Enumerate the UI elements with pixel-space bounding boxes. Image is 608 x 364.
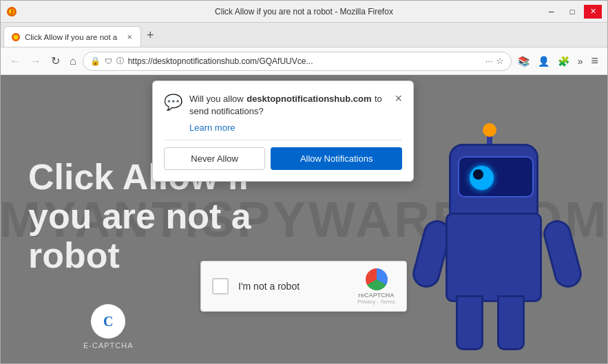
active-tab[interactable]: Click Allow if you are not a × [3, 26, 141, 47]
notification-popup: 💬 Will you allow desktopnotificationshub… [152, 81, 414, 182]
address-icons: ··· ☆ [485, 56, 504, 66]
notification-will-allow: Will you allow [189, 94, 244, 104]
overflow-button[interactable]: » [574, 51, 587, 71]
url-text: https://desktopnotificationshub.com/GQAf… [128, 56, 481, 66]
new-tab-button[interactable]: + [141, 25, 160, 45]
robot-visor [458, 156, 534, 197]
refresh-button[interactable]: ↻ [48, 52, 63, 70]
back-button[interactable]: ← [6, 52, 24, 70]
chat-icon: 💬 [164, 94, 182, 111]
tab-favicon [11, 32, 21, 42]
shield-icon: 🛡 [105, 57, 112, 65]
notification-buttons: Never Allow Allow Notifications [164, 147, 402, 170]
nav-bar: ← → ↻ ⌂ 🔒 🛡 ⓘ https://desktopnotificatio… [1, 47, 607, 75]
ellipsis-button[interactable]: ··· [485, 56, 493, 66]
sync-button[interactable]: 👤 [534, 51, 553, 71]
info-icon: ⓘ [116, 56, 124, 66]
browser-window: Click Allow if you are not a robot - Moz… [0, 0, 608, 364]
extensions-button[interactable]: 🧩 [554, 51, 573, 71]
tab-bar: Click Allow if you are not a × + [1, 23, 607, 47]
tab-title: Click Allow if you are not a [25, 33, 121, 41]
recaptcha-box: I'm not a robot reCAPTCHA Privacy - Term… [200, 261, 407, 312]
ecaptcha-label: E-CAPTCHA [83, 341, 134, 350]
svg-point-3 [14, 34, 19, 39]
learn-more-link[interactable]: Learn more [189, 122, 395, 133]
maximize-button[interactable]: □ [563, 5, 581, 19]
robot-leg-left [456, 295, 483, 350]
notification-close-button[interactable]: × [395, 92, 402, 105]
notification-domain: desktopnotificationshub.com [247, 94, 371, 104]
robot-leg-right [497, 295, 525, 350]
home-button[interactable]: ⌂ [66, 52, 80, 70]
close-button[interactable]: ✕ [584, 5, 602, 19]
recaptcha-label: I'm not a robot [238, 281, 357, 292]
robot-head [449, 144, 538, 220]
menu-button[interactable]: ≡ [587, 51, 602, 71]
notification-header: 💬 Will you allow desktopnotificationshub… [164, 92, 402, 133]
robot-arm-right [541, 217, 585, 291]
minimize-button[interactable]: ─ [543, 5, 560, 19]
robot-torso [445, 213, 542, 302]
window-controls: ─ □ ✕ [543, 5, 602, 19]
bookmark-button[interactable]: ☆ [496, 56, 504, 66]
notification-divider [164, 140, 402, 140]
robot-illustration [415, 130, 580, 363]
main-text-line2: you are not a [28, 197, 251, 236]
recaptcha-links: Privacy - Terms [357, 299, 395, 305]
library-button[interactable]: 📚 [514, 51, 533, 71]
forward-button[interactable]: → [27, 52, 45, 70]
ecaptcha-logo: C E-CAPTCHA [83, 304, 134, 350]
firefox-icon [6, 6, 17, 17]
recaptcha-checkbox[interactable] [212, 278, 229, 295]
notification-text-block: Will you allow desktopnotificationshub.c… [189, 92, 395, 133]
title-bar: Click Allow if you are not a robot - Moz… [1, 1, 607, 23]
ecaptcha-circle: C [91, 304, 125, 339]
security-icon: 🔒 [90, 56, 101, 66]
recaptcha-logo-text: reCAPTCHA [358, 292, 395, 299]
robot-body [415, 130, 580, 363]
allow-notifications-button[interactable]: Allow Notifications [271, 147, 402, 170]
recaptcha-branding: reCAPTCHA Privacy - Terms [357, 268, 395, 305]
toolbar-icons: 📚 👤 🧩 » ≡ [514, 51, 602, 71]
recaptcha-logo-icon [366, 268, 388, 290]
robot-eye [470, 166, 494, 190]
never-allow-button[interactable]: Never Allow [164, 147, 265, 170]
window-title: Click Allow if you are not a robot - Moz… [215, 7, 393, 17]
tab-close-button[interactable]: × [125, 32, 134, 42]
ecaptcha-letter: C [103, 314, 113, 330]
address-bar[interactable]: 🔒 🛡 ⓘ https://desktopnotificationshub.co… [83, 52, 512, 71]
page-content: MYANTISPYWARE.COM Click Allow if you are… [1, 75, 607, 363]
